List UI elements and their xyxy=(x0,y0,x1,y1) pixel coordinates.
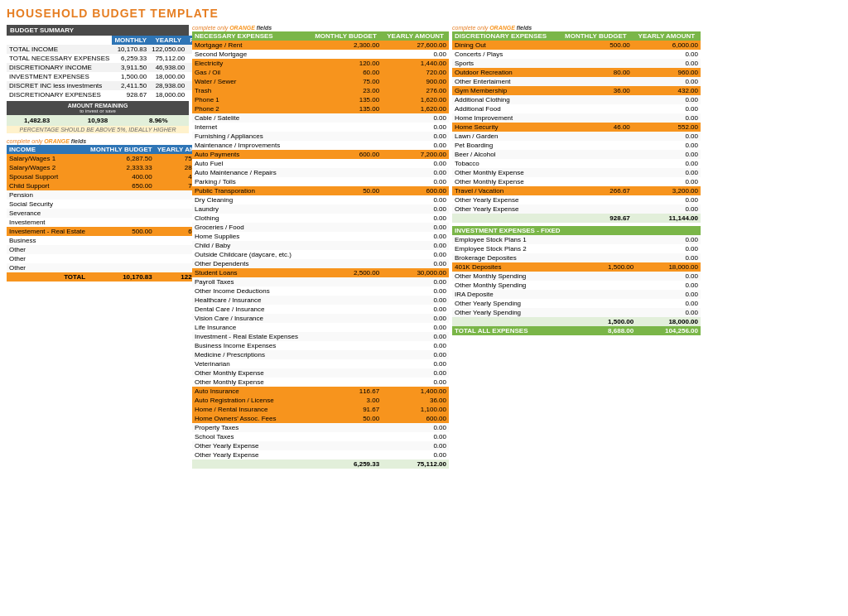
necessary-monthly[interactable] xyxy=(310,359,382,368)
disc-monthly[interactable] xyxy=(559,159,633,168)
necessary-monthly[interactable] xyxy=(310,168,382,177)
necessary-yearly: 900.00 xyxy=(382,77,449,86)
necessary-monthly[interactable]: 120.00 xyxy=(310,59,382,68)
necessary-monthly[interactable]: 2,300.00 xyxy=(310,41,382,50)
inv-monthly[interactable] xyxy=(585,244,637,253)
disc-monthly[interactable]: 46.00 xyxy=(559,123,633,132)
inv-monthly[interactable] xyxy=(585,308,637,317)
inv-monthly[interactable] xyxy=(585,272,637,281)
necessary-monthly[interactable] xyxy=(310,441,382,450)
necessary-monthly[interactable] xyxy=(310,314,382,323)
necessary-monthly[interactable] xyxy=(310,341,382,350)
disc-monthly[interactable]: 500.00 xyxy=(559,41,633,50)
disc-monthly[interactable] xyxy=(559,95,633,104)
disc-monthly[interactable] xyxy=(559,50,633,59)
disc-monthly[interactable] xyxy=(559,132,633,141)
disc-monthly[interactable]: 36.00 xyxy=(559,86,633,95)
necessary-monthly[interactable] xyxy=(310,277,382,286)
disc-label: Additional Clothing xyxy=(452,95,559,104)
necessary-monthly[interactable]: 135.00 xyxy=(310,104,382,113)
necessary-monthly[interactable] xyxy=(310,159,382,168)
necessary-monthly[interactable]: 50.00 xyxy=(310,414,382,423)
income-monthly[interactable]: 500.00 xyxy=(88,227,155,236)
necessary-monthly[interactable] xyxy=(310,450,382,460)
necessary-monthly[interactable] xyxy=(310,296,382,305)
necessary-monthly[interactable] xyxy=(310,423,382,432)
necessary-monthly[interactable] xyxy=(310,123,382,132)
disc-monthly[interactable] xyxy=(559,168,633,177)
necessary-monthly[interactable]: 75.00 xyxy=(310,77,382,86)
summary-yearly: 46,938.00 xyxy=(149,63,187,72)
disc-monthly[interactable] xyxy=(559,77,633,86)
disc-monthly[interactable]: 266.67 xyxy=(559,186,633,195)
income-monthly[interactable]: 6,287.50 xyxy=(88,154,155,163)
income-monthly[interactable]: 2,333.33 xyxy=(88,163,155,172)
grand-total-yearly: 104,256.00 xyxy=(636,326,701,335)
necessary-monthly[interactable]: 91.67 xyxy=(310,405,382,414)
necessary-monthly[interactable]: 60.00 xyxy=(310,68,382,77)
necessary-monthly[interactable] xyxy=(310,205,382,214)
necessary-yearly: 0.00 xyxy=(382,359,449,368)
necessary-monthly[interactable]: 116.67 xyxy=(310,387,382,396)
disc-yearly: 552.00 xyxy=(633,123,701,132)
necessary-monthly[interactable] xyxy=(310,432,382,441)
inv-label: IRA Deposite xyxy=(452,290,585,299)
necessary-monthly[interactable]: 135.00 xyxy=(310,95,382,104)
necessary-monthly[interactable] xyxy=(310,305,382,314)
inv-monthly[interactable] xyxy=(585,281,637,290)
income-monthly[interactable]: 650.00 xyxy=(88,181,155,190)
income-monthly[interactable] xyxy=(88,218,155,227)
necessary-label: Water / Sewer xyxy=(192,77,310,86)
necessary-monthly[interactable] xyxy=(310,50,382,59)
income-monthly[interactable] xyxy=(88,190,155,200)
disc-monthly[interactable] xyxy=(559,150,633,159)
income-monthly[interactable] xyxy=(88,236,155,245)
inv-monthly[interactable] xyxy=(585,253,637,262)
income-monthly[interactable] xyxy=(88,254,155,263)
disc-monthly[interactable] xyxy=(559,104,633,113)
necessary-monthly[interactable] xyxy=(310,195,382,205)
necessary-monthly[interactable]: 600.00 xyxy=(310,150,382,159)
necessary-monthly[interactable] xyxy=(310,259,382,268)
disc-monthly[interactable] xyxy=(559,141,633,150)
necessary-monthly[interactable] xyxy=(310,323,382,332)
necessary-monthly[interactable] xyxy=(310,113,382,123)
income-monthly[interactable]: 400.00 xyxy=(88,172,155,181)
necessary-monthly[interactable] xyxy=(310,241,382,250)
disc-monthly[interactable] xyxy=(559,177,633,186)
necessary-monthly[interactable] xyxy=(310,332,382,341)
necessary-monthly[interactable]: 2,500.00 xyxy=(310,268,382,277)
necessary-monthly[interactable]: 50.00 xyxy=(310,186,382,195)
necessary-monthly[interactable] xyxy=(310,350,382,359)
disc-monthly[interactable] xyxy=(559,195,633,205)
necessary-monthly[interactable] xyxy=(310,177,382,186)
income-monthly[interactable] xyxy=(88,209,155,218)
necessary-monthly[interactable] xyxy=(310,368,382,378)
necessary-monthly[interactable] xyxy=(310,141,382,150)
necessary-monthly[interactable] xyxy=(310,223,382,232)
necessary-monthly[interactable] xyxy=(310,214,382,223)
necessary-yearly: 30,000.00 xyxy=(382,268,449,277)
necessary-monthly[interactable] xyxy=(310,378,382,387)
disc-monthly[interactable]: 80.00 xyxy=(559,68,633,77)
income-monthly[interactable] xyxy=(88,245,155,254)
income-monthly-header: MONTHLY BUDGET xyxy=(88,145,155,154)
inv-monthly[interactable] xyxy=(585,299,637,308)
disc-monthly[interactable] xyxy=(559,205,633,214)
necessary-monthly[interactable] xyxy=(310,286,382,296)
investment-header: INVESTMENT EXPENSES - FIXED xyxy=(452,226,701,235)
disc-monthly[interactable] xyxy=(559,59,633,68)
inv-monthly[interactable] xyxy=(585,235,637,244)
necessary-monthly[interactable] xyxy=(310,132,382,141)
necessary-monthly[interactable]: 23.00 xyxy=(310,86,382,95)
necessary-yearly: 0.00 xyxy=(382,132,449,141)
necessary-monthly[interactable]: 3.00 xyxy=(310,396,382,405)
necessary-monthly[interactable] xyxy=(310,250,382,259)
inv-monthly[interactable] xyxy=(585,290,637,299)
necessary-monthly[interactable] xyxy=(310,232,382,241)
income-monthly[interactable] xyxy=(88,200,155,209)
disc-monthly[interactable] xyxy=(559,113,633,123)
left-column: BUDGET SUMMARY MONTHLY YEARLY PERCENTAGE… xyxy=(7,25,189,282)
inv-monthly[interactable]: 1,500.00 xyxy=(585,262,637,272)
income-monthly[interactable] xyxy=(88,263,155,272)
